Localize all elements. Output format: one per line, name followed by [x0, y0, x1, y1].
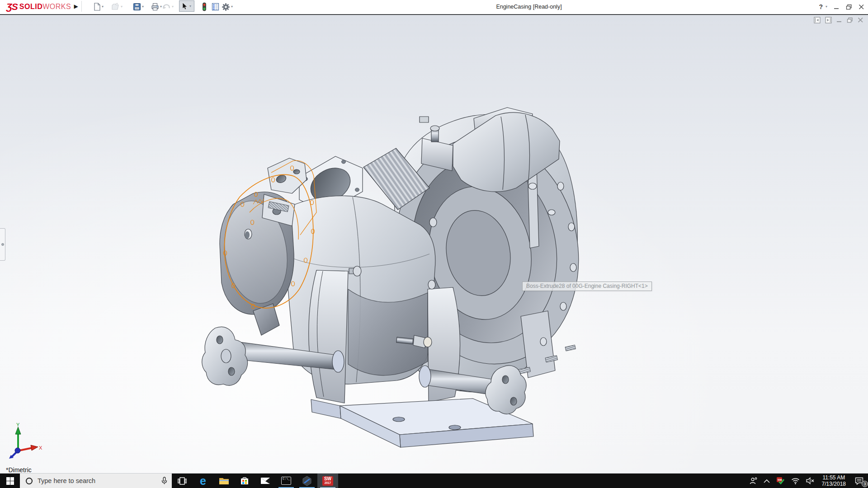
- pane-left-button[interactable]: [814, 17, 821, 23]
- dome-bolt-cap[interactable]: [424, 337, 432, 347]
- feature-manager-collapsed-tab[interactable]: [0, 228, 5, 261]
- microphone-icon[interactable]: [161, 477, 167, 485]
- cavity-bolt[interactable]: [528, 183, 537, 189]
- base-rear[interactable]: [311, 399, 341, 418]
- help-caret[interactable]: ▾: [826, 5, 827, 9]
- solidworks-logo-icon: ƷS: [6, 1, 18, 12]
- close-button[interactable]: [859, 4, 864, 10]
- wifi-button[interactable]: [788, 474, 803, 488]
- minimize-icon: [834, 4, 840, 10]
- solidworks-app-icon: SW 2017: [322, 476, 333, 486]
- open-caret: ▾: [121, 5, 123, 9]
- hex-bolt-head[interactable]: [429, 218, 437, 227]
- taskbar-clock[interactable]: 11:55 AM 7/13/2018: [818, 474, 850, 488]
- open-button[interactable]: ▾: [111, 1, 123, 12]
- taskbar-app-solidworks[interactable]: SW 2017: [317, 474, 338, 488]
- select-cursor-icon: [182, 3, 188, 10]
- doc-restore-button[interactable]: [847, 17, 853, 23]
- mail-icon: [260, 477, 270, 484]
- triad-x-label: X: [39, 445, 42, 450]
- pane-right-button[interactable]: [825, 17, 832, 23]
- solidworks-check-icon: SW: [776, 477, 785, 485]
- taskbar-app-mail[interactable]: [255, 474, 276, 488]
- cavity-bolt[interactable]: [548, 210, 555, 215]
- edge-icon: e: [200, 475, 206, 486]
- flange-hub: [221, 349, 231, 363]
- notification-badge: 3: [862, 481, 868, 487]
- help-button[interactable]: ?: [819, 3, 823, 10]
- stand-left-leg[interactable]: [309, 270, 348, 403]
- cortana-icon: [26, 478, 33, 484]
- taskbar-search-input[interactable]: Type here to search: [20, 474, 172, 488]
- graphics-area[interactable]: Boss-Extrude28 of 00G-Engine Casing-RIGH…: [0, 15, 868, 474]
- start-button[interactable]: [0, 474, 20, 488]
- flange-hole[interactable]: [228, 367, 235, 375]
- engine-casing-model[interactable]: [0, 15, 868, 474]
- hex-bolt-head[interactable]: [353, 266, 361, 276]
- restore-button[interactable]: [846, 4, 852, 10]
- base-hole[interactable]: [393, 417, 405, 422]
- minimize-button[interactable]: [834, 4, 840, 10]
- new-document-icon: [93, 3, 101, 11]
- people-button[interactable]: [746, 474, 760, 488]
- save-caret[interactable]: ▾: [142, 5, 144, 9]
- cover-bolt-head[interactable]: [430, 126, 439, 131]
- base-hole[interactable]: [449, 425, 461, 430]
- taskbar-app-hexagon[interactable]: [297, 474, 317, 488]
- task-view-icon: [178, 477, 187, 485]
- save-icon: [133, 3, 141, 11]
- axle-collar[interactable]: [332, 351, 344, 372]
- stand-web[interactable]: [348, 289, 428, 375]
- wifi-icon: [791, 478, 800, 484]
- taskbar-app-store[interactable]: [234, 474, 255, 488]
- volume-button[interactable]: [803, 474, 818, 488]
- select-tool-caret[interactable]: ▾: [189, 4, 191, 9]
- new-document-button[interactable]: ▾: [93, 1, 104, 12]
- traffic-light-icon: [202, 2, 207, 11]
- flange-hole[interactable]: [510, 397, 517, 405]
- bracket-hole[interactable]: [293, 169, 300, 174]
- axle-collar[interactable]: [419, 366, 431, 387]
- clock-date: 7/13/2018: [822, 481, 846, 487]
- feature-tooltip: Boss-Extrude28 of 00G-Engine Casing-RIGH…: [522, 282, 652, 291]
- file-properties-button[interactable]: [212, 1, 219, 12]
- doc-minimize-icon: [836, 17, 842, 23]
- tray-overflow-button[interactable]: [760, 474, 773, 488]
- taskbar-app-file-explorer[interactable]: [213, 474, 234, 488]
- file-properties-icon: [212, 3, 219, 11]
- doc-close-button[interactable]: [858, 17, 863, 23]
- new-document-caret[interactable]: ▾: [102, 5, 104, 9]
- cover-hole-shade: [245, 231, 250, 239]
- select-tool-button[interactable]: ▾: [179, 0, 194, 12]
- hex-bolt-head[interactable]: [428, 280, 435, 289]
- svg-text:SW: SW: [778, 479, 782, 481]
- store-icon: [240, 476, 249, 485]
- flange-hole[interactable]: [217, 336, 223, 344]
- options-button[interactable]: ▾: [222, 1, 233, 12]
- triad-y-label: Y: [16, 422, 20, 427]
- options-caret[interactable]: ▾: [231, 5, 233, 9]
- flange-hole[interactable]: [502, 375, 509, 384]
- toolbar-flyout-icon[interactable]: ▶: [73, 2, 79, 10]
- chevron-up-icon: [764, 479, 770, 483]
- action-center-button[interactable]: 3: [850, 474, 868, 488]
- save-button[interactable]: ▾: [133, 1, 144, 12]
- print-button[interactable]: ▾: [151, 1, 162, 12]
- taskbar-app-command-prompt[interactable]: C:\_: [276, 474, 297, 488]
- undo-caret: ▾: [172, 5, 174, 9]
- close-icon: [859, 4, 864, 10]
- task-view-button[interactable]: [172, 474, 193, 488]
- threaded-stud[interactable]: [565, 345, 576, 351]
- windows-logo-icon: [6, 477, 14, 485]
- hexagon-app-icon: [302, 476, 312, 486]
- windows-taskbar: Type here to search e: [0, 474, 868, 488]
- people-icon: [750, 477, 757, 484]
- cover-nut[interactable]: [420, 117, 429, 122]
- rebuild-button[interactable]: [202, 1, 207, 12]
- solidworks-monitor-tray[interactable]: SW: [773, 474, 788, 488]
- taskbar-app-edge[interactable]: e: [193, 474, 213, 488]
- doc-minimize-button[interactable]: [836, 17, 842, 23]
- open-icon: [111, 3, 120, 11]
- undo-button[interactable]: ▾: [162, 1, 174, 12]
- system-tray: SW 11:55 AM 7/13/2018: [746, 474, 868, 488]
